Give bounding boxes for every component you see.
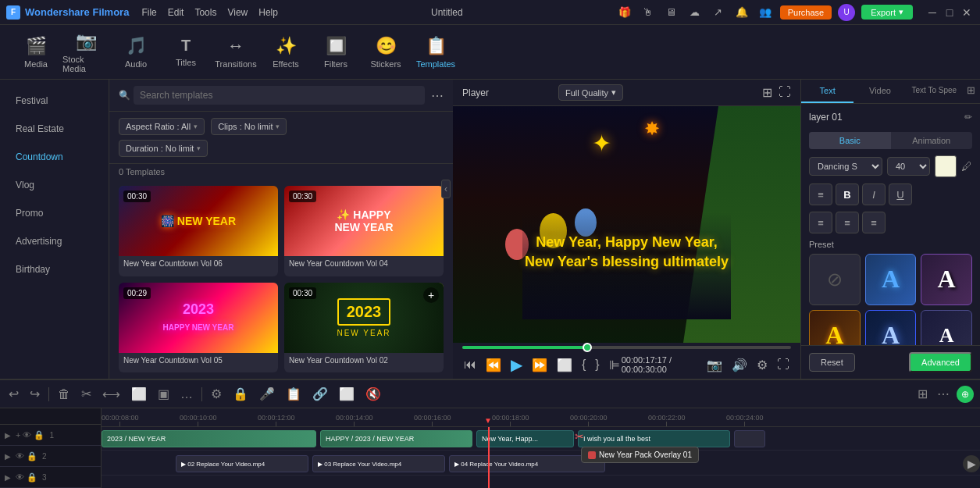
tab-text-to-speech[interactable]: Text To Spee [907, 80, 962, 103]
preset-a-white[interactable]: A [921, 310, 972, 345]
tab-text[interactable]: Text [801, 80, 853, 103]
tool-stock[interactable]: 📷 Stock Media [62, 29, 109, 76]
freeze-button[interactable]: ▣ [155, 384, 172, 404]
trim-button[interactable]: ⟷ [100, 384, 123, 404]
panel-settings-icon[interactable]: ⊞ [962, 80, 980, 103]
bell-icon[interactable]: 🔔 [733, 4, 750, 21]
silence-button[interactable]: 🔇 [363, 384, 383, 404]
minimize-button[interactable]: ─ [925, 5, 939, 20]
snapshot-button[interactable]: 📷 [705, 356, 724, 374]
mark-in-button[interactable]: { [580, 356, 587, 373]
tab-animation[interactable]: Animation [891, 132, 973, 149]
delete-clip-button[interactable]: 🗑 [55, 385, 73, 404]
preset-none[interactable] [809, 254, 861, 305]
skip-back-button[interactable]: ⏮ [462, 356, 478, 373]
sidebar-item-vlog[interactable]: Vlog [5, 172, 104, 198]
progress-handle[interactable] [583, 343, 592, 352]
sidebar-item-countdown[interactable]: Countdown [5, 144, 104, 170]
maximize-button[interactable]: □ [943, 5, 957, 20]
export-button[interactable]: Export ▾ [861, 5, 913, 20]
edit-layer-icon[interactable]: ✏ [964, 112, 972, 123]
track-3-lock-icon[interactable]: 🔒 [27, 472, 37, 483]
menu-file[interactable]: File [141, 7, 156, 18]
tool-titles[interactable]: T Titles [162, 29, 209, 76]
volume-button[interactable]: 🔊 [730, 356, 749, 374]
italic-button[interactable]: I [862, 183, 886, 205]
more-tools-button[interactable]: … [178, 385, 195, 404]
tab-basic[interactable]: Basic [809, 132, 891, 149]
add-track-icon[interactable]: ⊞ [915, 384, 930, 404]
template-card-4[interactable]: 2023 NEW YEAR 00:30 + New Year Countdown… [284, 283, 444, 373]
bold-button[interactable]: B [836, 183, 859, 205]
tool-templates[interactable]: 📋 Templates [412, 29, 459, 76]
settings-button[interactable]: ⚙ [755, 356, 769, 374]
menu-view[interactable]: View [227, 7, 248, 18]
sidebar-item-birthday[interactable]: Birthday [5, 256, 104, 283]
track-add-icon[interactable]: + [16, 430, 20, 440]
tool-stickers[interactable]: 😊 Stickers [362, 29, 409, 76]
cut-button[interactable]: ✂ [79, 384, 94, 404]
preset-a-blue[interactable]: A [865, 254, 917, 305]
clip-new-year-2023[interactable]: 2023 / NEW YEAR [102, 430, 316, 447]
tab-video[interactable]: Video [853, 80, 906, 103]
undo-button[interactable]: ↩ [6, 384, 21, 404]
grid-view-icon[interactable]: ⊞ [762, 85, 772, 100]
sidebar-item-promo[interactable]: Promo [5, 200, 104, 226]
trim-button[interactable]: ⊫ [608, 356, 622, 374]
tool-media[interactable]: 🎬 Media [12, 29, 59, 76]
mark-out-button[interactable]: } [593, 356, 600, 373]
cloud-icon[interactable]: ☁ [686, 4, 704, 21]
template-card-1[interactable]: 🎆 NEW YEAR 00:30 New Year Countdown Vol … [119, 186, 278, 276]
speed-button[interactable]: ⚙ [208, 384, 224, 404]
sidebar-item-festival[interactable]: Festival [5, 87, 104, 114]
duration-filter[interactable]: Duration : No limit ▾ [119, 140, 208, 157]
fullscreen-button[interactable]: ⛶ [775, 356, 791, 373]
clips-filter[interactable]: Clips : No limit ▾ [211, 118, 287, 135]
link-button[interactable]: 🔗 [310, 384, 330, 404]
template-add-button-4[interactable]: + [423, 287, 439, 303]
app-logo[interactable]: F Wondershare Filmora [6, 5, 129, 20]
people-icon[interactable]: 👥 [757, 4, 774, 21]
tool-audio[interactable]: 🎵 Audio [112, 29, 159, 76]
search-input[interactable] [134, 86, 425, 105]
align-right-button[interactable]: ≡ [862, 212, 886, 233]
voice-button[interactable]: 🎤 [257, 384, 277, 404]
gift-icon[interactable]: 🎁 [616, 4, 633, 21]
clip-wish-best[interactable]: I wish you all the best [578, 430, 730, 447]
track-2-lock-icon[interactable]: 🔒 [27, 451, 37, 461]
quality-selector[interactable]: Full Quality ▾ [558, 84, 623, 101]
more-options-button[interactable]: ⋯ [431, 88, 444, 103]
align-center-button[interactable]: ≡ [836, 212, 859, 233]
frame-back-button[interactable]: ⏪ [484, 356, 503, 374]
purchase-button[interactable]: Purchase [780, 5, 832, 20]
cursor-icon[interactable]: 🖱 [640, 4, 657, 21]
text-columns-icon[interactable]: ≡ [809, 183, 832, 205]
font-size-select[interactable]: 40 [887, 157, 930, 176]
preset-a-neon[interactable]: A [865, 310, 917, 345]
clip-video-02[interactable]: ▶ 02 Replace Your Video.mp4 [176, 455, 308, 472]
clip-newyear-happ[interactable]: New Year, Happ... [476, 430, 574, 447]
tool-filters[interactable]: 🔲 Filters [312, 29, 359, 76]
track-3-eye-icon[interactable]: 👁 [16, 472, 24, 483]
screen-icon[interactable]: 🖥 [663, 4, 680, 21]
lock-button[interactable]: 🔒 [230, 384, 251, 404]
preset-a-3d[interactable]: A [921, 254, 972, 305]
track-lock-icon[interactable]: 🔒 [34, 430, 45, 440]
avatar[interactable]: U [838, 4, 855, 21]
aspect-ratio-filter[interactable]: Aspect Ratio : All ▾ [119, 118, 205, 135]
menu-edit[interactable]: Edit [168, 7, 184, 18]
mute-button[interactable]: ⬜ [337, 384, 357, 404]
record-button[interactable]: ⊕ [957, 386, 974, 403]
crop-button[interactable]: ⬜ [129, 384, 149, 404]
font-family-select[interactable]: Dancing S [809, 157, 882, 176]
clip-next-btn[interactable]: ▶ [963, 455, 980, 472]
panel-collapse-button[interactable]: ‹ [441, 180, 451, 198]
sidebar-item-advertising[interactable]: Advertising [5, 228, 104, 255]
underline-button[interactable]: U [889, 183, 912, 205]
menu-tools[interactable]: Tools [194, 7, 216, 18]
reset-button[interactable]: Reset [809, 353, 855, 372]
template-card-2[interactable]: ✨ HAPPYNEW YEAR 00:30 New Year Countdown… [284, 186, 444, 276]
close-button[interactable]: ✕ [960, 5, 974, 20]
clip-button[interactable]: ⬜ [555, 356, 574, 374]
share-icon[interactable]: ↗ [710, 4, 727, 21]
